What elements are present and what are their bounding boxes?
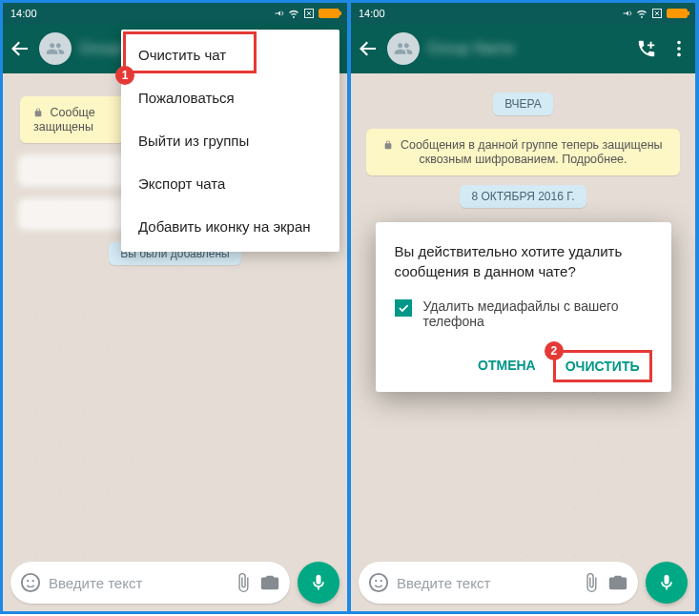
status-bar: 14:00 xyxy=(3,3,347,24)
checkbox-label: Удалить медиафайлы с вашего телефона xyxy=(423,298,652,329)
cancel-button[interactable]: ОТМЕНА xyxy=(468,350,545,382)
menu-report[interactable]: Пожаловаться xyxy=(121,76,339,119)
side-by-side-container: 14:00 Group Name Сообще защищены Вы были… xyxy=(0,0,699,614)
group-avatar[interactable] xyxy=(39,32,72,65)
status-time: 14:00 xyxy=(10,8,37,19)
input-placeholder: Введите текст xyxy=(49,575,219,591)
dialog-checkbox-row[interactable]: Удалить медиафайлы с вашего телефона xyxy=(395,298,652,329)
message-input-bar: Введите текст xyxy=(10,562,339,604)
confirm-clear-button[interactable]: ОЧИСТИТЬ xyxy=(553,350,652,382)
menu-add-shortcut[interactable]: Добавить иконку на экран xyxy=(121,205,339,248)
lock-icon xyxy=(33,108,43,117)
dialog-buttons: ОТМЕНА ОЧИСТИТЬ xyxy=(395,350,652,382)
menu-leave-group[interactable]: Выйти из группы xyxy=(121,119,339,162)
dialog-title: Вы действительно хотите удалить сообщени… xyxy=(395,241,652,281)
dialog-overlay: Вы действительно хотите удалить сообщени… xyxy=(351,3,695,611)
confirm-dialog: Вы действительно хотите удалить сообщени… xyxy=(376,222,671,392)
battery-icon xyxy=(319,9,339,18)
emoji-icon[interactable] xyxy=(20,572,41,593)
attach-icon[interactable] xyxy=(233,572,254,593)
phone-right: 14:00 Group Name ВЧЕРА Сообщения xyxy=(350,2,696,612)
mic-button[interactable] xyxy=(298,562,339,604)
checkbox-delete-media[interactable] xyxy=(395,299,412,317)
wifi-icon xyxy=(288,8,299,19)
message-input[interactable]: Введите текст xyxy=(10,562,290,604)
mic-icon xyxy=(309,573,328,592)
svg-point-1 xyxy=(22,574,39,591)
phone-left: 14:00 Group Name Сообще защищены Вы были… xyxy=(2,2,348,612)
svg-point-3 xyxy=(32,580,34,582)
menu-export-chat[interactable]: Экспорт чата xyxy=(121,162,339,205)
svg-point-2 xyxy=(27,580,29,582)
annotation-marker-1: 1 xyxy=(115,66,134,85)
back-icon[interactable] xyxy=(9,37,31,60)
status-icons xyxy=(273,8,339,19)
mute-icon xyxy=(273,8,284,19)
encryption-notice[interactable]: Сообще защищены xyxy=(20,96,125,143)
highlight-box-1 xyxy=(123,31,257,73)
close-box-icon xyxy=(303,8,315,19)
check-icon xyxy=(397,301,410,315)
camera-icon[interactable] xyxy=(259,572,280,593)
group-icon xyxy=(46,39,65,58)
